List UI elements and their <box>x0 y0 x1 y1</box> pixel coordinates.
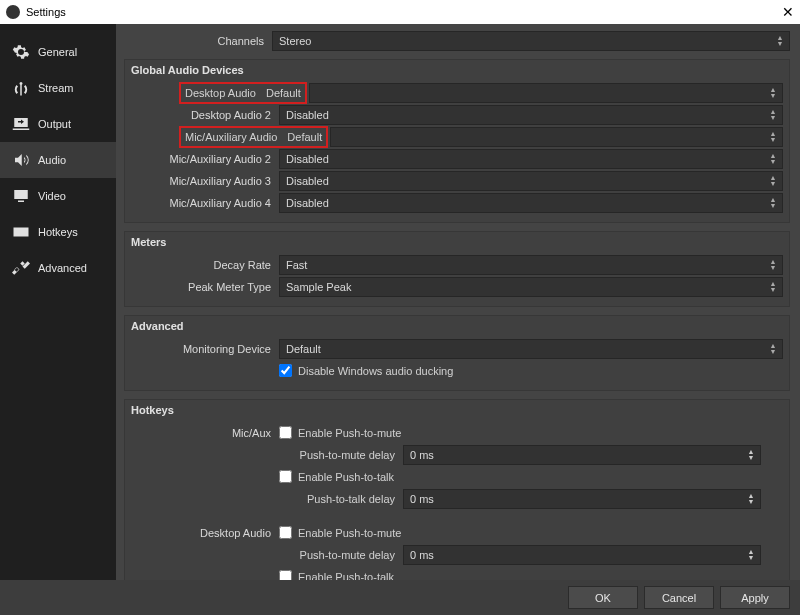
hotkey-spinner[interactable]: 0 ms▲▼ <box>403 445 761 465</box>
section-title: Meters <box>131 236 783 248</box>
highlight-box: Desktop AudioDefault <box>179 82 307 104</box>
antenna-icon <box>12 79 30 97</box>
ducking-label: Disable Windows audio ducking <box>298 365 453 377</box>
hotkey-check-label: Enable Push-to-talk <box>298 471 394 483</box>
sidebar-item-general[interactable]: General <box>0 34 116 70</box>
app-logo-icon <box>6 5 20 19</box>
footer: OK Cancel Apply <box>0 580 800 615</box>
channels-combo[interactable]: Stereo ▲▼ <box>272 31 790 51</box>
monitor-arrow-icon <box>12 115 30 133</box>
audio-device-value: Default <box>266 87 301 99</box>
audio-device-combo[interactable]: ▲▼ <box>309 83 783 103</box>
sidebar-item-output[interactable]: Output <box>0 106 116 142</box>
chevron-updown-icon: ▲▼ <box>766 106 780 124</box>
sidebar: General Stream Output Audio Video Hotkey… <box>0 24 116 580</box>
hotkey-sub-label: Push-to-mute delay <box>131 449 403 461</box>
decay-combo[interactable]: Fast▲▼ <box>279 255 783 275</box>
chevron-updown-icon: ▲▼ <box>773 32 787 50</box>
monitor-icon <box>12 187 30 205</box>
audio-device-combo[interactable]: Disabled▲▼ <box>279 149 783 169</box>
chevron-updown-icon: ▲▼ <box>766 256 780 274</box>
hotkey-group-label: Mic/Aux <box>131 427 279 439</box>
chevron-updown-icon: ▲▼ <box>766 128 780 146</box>
hotkey-checkbox[interactable] <box>279 570 292 580</box>
peak-label: Peak Meter Type <box>131 281 279 293</box>
chevron-updown-icon: ▲▼ <box>744 546 758 564</box>
hotkey-checkbox[interactable] <box>279 526 292 539</box>
highlight-box: Mic/Auxiliary AudioDefault <box>179 126 328 148</box>
section-title: Global Audio Devices <box>131 64 783 76</box>
hotkey-checkbox[interactable] <box>279 470 292 483</box>
section-title: Hotkeys <box>131 404 783 416</box>
audio-device-combo[interactable]: Disabled▲▼ <box>279 105 783 125</box>
audio-device-label: Desktop Audio 2 <box>131 109 279 121</box>
hotkey-check-label: Enable Push-to-mute <box>298 527 401 539</box>
hotkey-sub-label: Push-to-mute delay <box>131 549 403 561</box>
section-hotkeys: Hotkeys Mic/AuxEnable Push-to-mutePush-t… <box>124 399 790 580</box>
audio-device-label: Mic/Auxiliary Audio 2 <box>131 153 279 165</box>
monitoring-combo[interactable]: Default▲▼ <box>279 339 783 359</box>
sidebar-item-label: Video <box>38 190 66 202</box>
chevron-updown-icon: ▲▼ <box>766 194 780 212</box>
window-title: Settings <box>26 6 66 18</box>
sidebar-item-video[interactable]: Video <box>0 178 116 214</box>
sidebar-item-label: General <box>38 46 77 58</box>
sidebar-item-audio[interactable]: Audio <box>0 142 116 178</box>
sidebar-item-stream[interactable]: Stream <box>0 70 116 106</box>
speaker-icon <box>12 151 30 169</box>
audio-device-combo[interactable]: Disabled▲▼ <box>279 193 783 213</box>
ducking-checkbox[interactable] <box>279 364 292 377</box>
audio-device-combo[interactable]: Disabled▲▼ <box>279 171 783 191</box>
sidebar-item-label: Hotkeys <box>38 226 78 238</box>
sidebar-item-label: Audio <box>38 154 66 166</box>
gear-icon <box>12 43 30 61</box>
audio-device-label: Desktop Audio <box>185 87 266 99</box>
hotkey-spinner[interactable]: 0 ms▲▼ <box>403 489 761 509</box>
keyboard-icon <box>12 223 30 241</box>
close-icon[interactable]: ✕ <box>782 4 794 20</box>
audio-device-value: Default <box>287 131 322 143</box>
chevron-updown-icon: ▲▼ <box>744 490 758 508</box>
audio-device-label: Mic/Auxiliary Audio 3 <box>131 175 279 187</box>
channels-label: Channels <box>124 35 272 47</box>
apply-button[interactable]: Apply <box>720 586 790 609</box>
sidebar-item-advanced[interactable]: Advanced <box>0 250 116 286</box>
hotkey-check-label: Enable Push-to-mute <box>298 427 401 439</box>
tools-icon <box>12 259 30 277</box>
hotkey-checkbox[interactable] <box>279 426 292 439</box>
section-title: Advanced <box>131 320 783 332</box>
hotkey-sub-label: Push-to-talk delay <box>131 493 403 505</box>
peak-combo[interactable]: Sample Peak▲▼ <box>279 277 783 297</box>
monitoring-label: Monitoring Device <box>131 343 279 355</box>
decay-label: Decay Rate <box>131 259 279 271</box>
hotkey-group-label: Desktop Audio <box>131 527 279 539</box>
sidebar-item-label: Advanced <box>38 262 87 274</box>
audio-device-label: Mic/Auxiliary Audio <box>185 131 287 143</box>
cancel-button[interactable]: Cancel <box>644 586 714 609</box>
hotkey-check-label: Enable Push-to-talk <box>298 571 394 581</box>
hotkey-spinner[interactable]: 0 ms▲▼ <box>403 545 761 565</box>
section-advanced: Advanced Monitoring Device Default▲▼ Dis… <box>124 315 790 391</box>
chevron-updown-icon: ▲▼ <box>744 446 758 464</box>
chevron-updown-icon: ▲▼ <box>766 84 780 102</box>
chevron-updown-icon: ▲▼ <box>766 340 780 358</box>
sidebar-item-label: Stream <box>38 82 73 94</box>
section-global-audio: Global Audio Devices Desktop AudioDefaul… <box>124 59 790 223</box>
titlebar: Settings ✕ <box>0 0 800 24</box>
chevron-updown-icon: ▲▼ <box>766 172 780 190</box>
chevron-updown-icon: ▲▼ <box>766 278 780 296</box>
audio-device-combo[interactable]: ▲▼ <box>330 127 783 147</box>
content-pane: Channels Stereo ▲▼ Global Audio Devices … <box>116 24 800 580</box>
ok-button[interactable]: OK <box>568 586 638 609</box>
sidebar-item-hotkeys[interactable]: Hotkeys <box>0 214 116 250</box>
sidebar-item-label: Output <box>38 118 71 130</box>
audio-device-label: Mic/Auxiliary Audio 4 <box>131 197 279 209</box>
section-meters: Meters Decay Rate Fast▲▼ Peak Meter Type… <box>124 231 790 307</box>
chevron-updown-icon: ▲▼ <box>766 150 780 168</box>
